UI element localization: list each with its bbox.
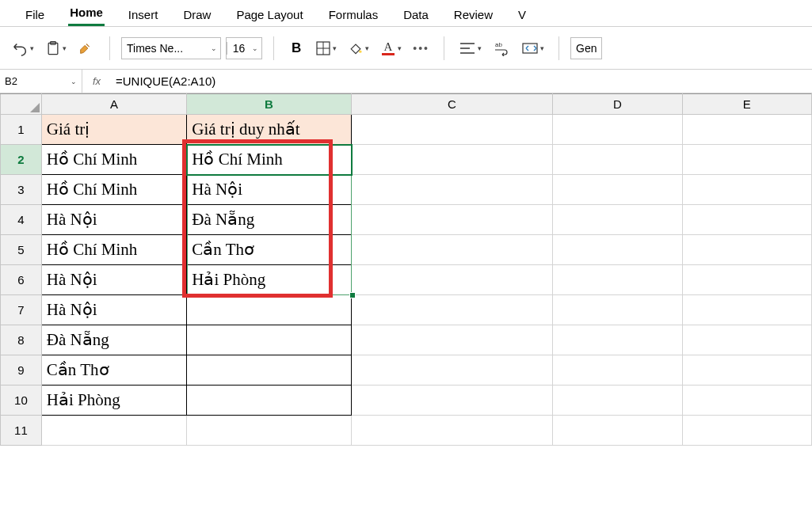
format-painter-button[interactable]: [74, 37, 98, 59]
font-family-select[interactable]: Times Ne... ⌄: [121, 37, 221, 59]
cell[interactable]: [553, 325, 682, 355]
tab-formulas[interactable]: Formulas: [327, 3, 380, 26]
tab-insert[interactable]: Insert: [127, 3, 160, 26]
wrap-text-button[interactable]: ab: [490, 37, 513, 59]
cell[interactable]: [553, 386, 682, 416]
cell[interactable]: [351, 145, 553, 175]
cell-A5[interactable]: Hồ Chí Minh: [41, 235, 186, 265]
cell-A3[interactable]: Hồ Chí Minh: [41, 175, 186, 205]
cell-B10[interactable]: [187, 386, 351, 416]
cell-A9[interactable]: Cần Thơ: [41, 355, 186, 386]
cell[interactable]: [553, 355, 682, 386]
tab-page-layout[interactable]: Page Layout: [234, 3, 304, 26]
formula-input[interactable]: =UNIQUE(A2:A10): [111, 74, 812, 88]
cell[interactable]: [682, 386, 811, 416]
cell[interactable]: [553, 145, 682, 175]
cell[interactable]: [682, 235, 811, 265]
cell-B5[interactable]: Cần Thơ: [187, 235, 351, 265]
fx-label[interactable]: fx: [82, 75, 111, 87]
chevron-down-icon: ▾: [365, 44, 369, 52]
cell-B7[interactable]: [187, 295, 351, 325]
number-format-select[interactable]: Gen: [570, 37, 602, 59]
cell-A10[interactable]: Hải Phòng: [41, 386, 186, 416]
cell[interactable]: [553, 205, 682, 235]
cell[interactable]: [553, 416, 682, 446]
font-size-select[interactable]: 16 ⌄: [226, 37, 262, 59]
cell-A11[interactable]: [41, 416, 186, 446]
col-header-D[interactable]: D: [553, 94, 682, 115]
bold-button[interactable]: B: [285, 37, 307, 59]
cell[interactable]: [351, 386, 553, 416]
cell-A4[interactable]: Hà Nội: [41, 205, 186, 235]
fill-color-button[interactable]: ▾: [345, 37, 372, 59]
tab-draw[interactable]: Draw: [181, 3, 212, 26]
row-header[interactable]: 2: [1, 145, 42, 175]
cell-A1[interactable]: Giá trị: [41, 115, 186, 145]
cell[interactable]: [553, 295, 682, 325]
row-header[interactable]: 8: [1, 325, 42, 355]
row-header[interactable]: 9: [1, 355, 42, 386]
cell[interactable]: [553, 265, 682, 295]
svg-point-5: [359, 50, 361, 52]
cell-A2[interactable]: Hồ Chí Minh: [41, 145, 186, 175]
cell-A8[interactable]: Đà Nẵng: [41, 325, 186, 355]
col-header-B[interactable]: B: [187, 94, 351, 115]
cell-B3[interactable]: Hà Nội: [187, 175, 351, 205]
align-button[interactable]: ▾: [456, 37, 485, 59]
cell[interactable]: [351, 235, 553, 265]
cell-E1[interactable]: [682, 115, 811, 145]
cell[interactable]: [351, 205, 553, 235]
col-header-C[interactable]: C: [351, 94, 553, 115]
select-all-corner[interactable]: [1, 94, 42, 115]
cell[interactable]: [351, 295, 553, 325]
paste-button[interactable]: ▾: [42, 37, 70, 59]
cell[interactable]: [682, 205, 811, 235]
font-color-button[interactable]: A ▾: [377, 37, 405, 59]
cell[interactable]: [553, 175, 682, 205]
tab-data[interactable]: Data: [402, 3, 430, 26]
cell[interactable]: [682, 416, 811, 446]
cell[interactable]: [682, 175, 811, 205]
cell[interactable]: [351, 355, 553, 386]
cell-D1[interactable]: [553, 115, 682, 145]
cell-C1[interactable]: [351, 115, 553, 145]
cell-B4[interactable]: Đà Nẵng: [187, 205, 351, 235]
cell[interactable]: [351, 416, 553, 446]
cell-B8[interactable]: [187, 325, 351, 355]
row-header[interactable]: 6: [1, 265, 42, 295]
cell-B6[interactable]: Hải Phòng: [187, 265, 351, 295]
cell[interactable]: [682, 295, 811, 325]
row-header[interactable]: 1: [1, 115, 42, 145]
cell-B1[interactable]: Giá trị duy nhất: [187, 115, 351, 145]
cell[interactable]: [553, 235, 682, 265]
row-header[interactable]: 11: [1, 416, 42, 446]
cell[interactable]: [682, 355, 811, 386]
cell-B2[interactable]: Hồ Chí Minh: [187, 145, 351, 175]
cell-B11[interactable]: [187, 416, 351, 446]
borders-button[interactable]: ▾: [312, 37, 340, 59]
cell[interactable]: [351, 175, 553, 205]
row-header[interactable]: 10: [1, 386, 42, 416]
more-options-button[interactable]: •••: [410, 37, 433, 59]
tab-home[interactable]: Home: [68, 1, 105, 26]
merge-button[interactable]: ▾: [518, 37, 547, 59]
row-header[interactable]: 5: [1, 235, 42, 265]
col-header-A[interactable]: A: [41, 94, 186, 115]
cell[interactable]: [682, 325, 811, 355]
row-header[interactable]: 3: [1, 175, 42, 205]
cell[interactable]: [682, 265, 811, 295]
tab-review[interactable]: Review: [452, 3, 494, 26]
cell-B9[interactable]: [187, 355, 351, 386]
cell[interactable]: [682, 145, 811, 175]
cell-A7[interactable]: Hà Nội: [41, 295, 186, 325]
undo-button[interactable]: ▾: [8, 37, 37, 59]
row-header[interactable]: 7: [1, 295, 42, 325]
cell[interactable]: [351, 325, 553, 355]
row-header[interactable]: 4: [1, 205, 42, 235]
name-box[interactable]: B2 ⌄: [0, 70, 82, 93]
cell[interactable]: [351, 265, 553, 295]
cell-A6[interactable]: Hà Nội: [41, 265, 186, 295]
tab-view-truncated[interactable]: V: [517, 3, 528, 26]
col-header-E[interactable]: E: [682, 94, 811, 115]
tab-file[interactable]: File: [24, 3, 46, 26]
